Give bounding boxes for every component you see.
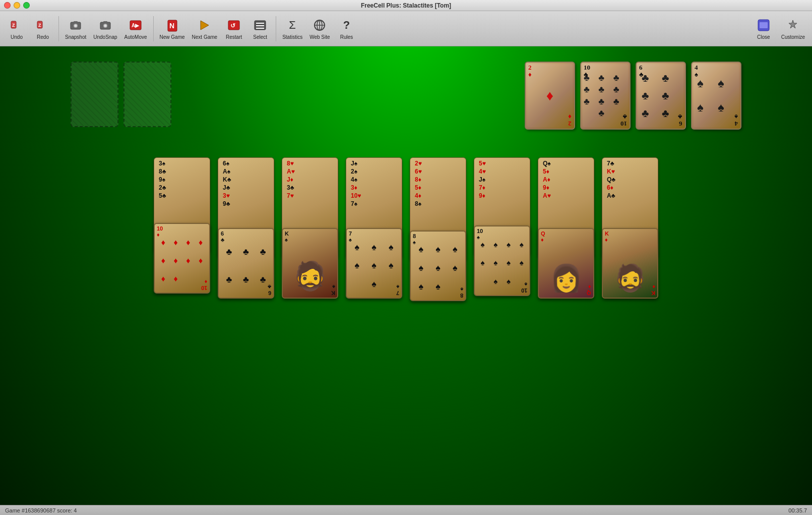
- newgame-icon: N: [164, 17, 180, 33]
- minimize-button[interactable]: [14, 2, 20, 9]
- svg-rect-28: [760, 22, 768, 28]
- automove-icon: A▶: [128, 17, 144, 33]
- freecell-slot-1[interactable]: [71, 62, 118, 127]
- statistics-icon: Σ: [284, 17, 300, 33]
- toolbar-redo[interactable]: Z Redo: [30, 15, 55, 42]
- column-4: J♠ 2♠ 4♠ 3♦ 10♥ 7♠ 7♠ 7♠ ♠♠♠ ♠♠♠ ♠: [346, 157, 402, 314]
- automove-label: AutoMove: [124, 34, 147, 40]
- toolbar-right: Close Customize: [751, 15, 808, 42]
- website-label: Web Site: [309, 34, 330, 40]
- col4-bottom-card[interactable]: 7♠ 7♠ ♠♠♠ ♠♠♠ ♠: [346, 228, 402, 299]
- undosnap-label: UndoSnap: [93, 34, 117, 40]
- foundation-card-clubs2[interactable]: 6♣ ♣♣ ♣♣ ♣♣ 6♣: [636, 62, 686, 130]
- statistics-label: Statistics: [282, 34, 302, 40]
- column-1: 3♠ 8♣ 9♠ 2♣ 5♣ 10♦ 10♦ ♦♦♦♦ ♦♦♦♦ ♦♦: [154, 157, 210, 314]
- customize-icon: [785, 17, 801, 33]
- customize-label: Customize: [781, 34, 805, 40]
- window-title: FreeCell Plus: Stalactites [Tom]: [361, 2, 451, 9]
- toolbar-nextgame[interactable]: Next Game: [189, 15, 221, 42]
- col7-bottom-card[interactable]: Q♦ Q♦ 👩: [538, 228, 594, 299]
- select-label: Select: [253, 34, 267, 40]
- redo-label: Redo: [37, 34, 49, 40]
- column-3: 8♥ A♥ J♦ 3♣ 7♥ K♠ K♠ 🧔: [282, 157, 338, 314]
- toolbar-restart[interactable]: ↺ Restart: [221, 15, 246, 42]
- toolbar-divider-3: [276, 16, 276, 41]
- maximize-button[interactable]: [23, 2, 30, 9]
- undosnap-icon: [97, 17, 113, 33]
- undo-label: Undo: [11, 34, 23, 40]
- close-toolbar-icon: [756, 17, 772, 33]
- column-2: 6♠ A♠ K♣ J♣ 3♥ 9♣ 6♣ 6♣ ♣♣♣ ♣♣♣: [218, 157, 274, 314]
- column-8: 7♣ K♥ Q♣ 6♦ A♣ K♦ K♦ 🧔: [602, 157, 658, 314]
- nextgame-label: Next Game: [192, 34, 218, 40]
- svg-point-6: [75, 25, 77, 27]
- snapshot-icon: [68, 17, 84, 33]
- col2-bottom-card[interactable]: 6♣ 6♣ ♣♣♣ ♣♣♣: [218, 228, 274, 299]
- column-6: 5♥ 4♥ J♠ 7♦ 9♦ 10♠ 10♠ ♠♠♠♠ ♠♠♠♠ ♠♠: [474, 157, 530, 314]
- svg-point-10: [104, 25, 106, 27]
- foundation-card-diamonds[interactable]: 2♦ ♦ 2♦: [525, 62, 575, 130]
- foundation-cells: 2♦ ♦ 2♦ 10♣ ♣♣♣ ♣♣♣ ♣♣♣ ♣ 10♣ 6♣ ♣♣: [525, 62, 741, 130]
- toolbar-rules[interactable]: ? Rules: [334, 15, 359, 42]
- toolbar-divider-2: [153, 16, 154, 41]
- svg-rect-7: [74, 21, 78, 23]
- svg-text:Z: Z: [38, 23, 41, 28]
- svg-text:A▶: A▶: [132, 23, 140, 28]
- svg-text:Z: Z: [12, 23, 15, 28]
- svg-rect-11: [103, 21, 107, 23]
- top-area: 2♦ ♦ 2♦ 10♣ ♣♣♣ ♣♣♣ ♣♣♣ ♣ 10♣ 6♣ ♣♣: [0, 46, 812, 130]
- freecell-slot-2[interactable]: [123, 62, 171, 127]
- toolbar-divider-1: [58, 16, 59, 41]
- col5-bottom-card[interactable]: 8♠ 8♠ ♠♠♠ ♠♠♠ ♠♠: [410, 231, 466, 301]
- status-left: Game #1638690687 score: 4: [5, 507, 77, 513]
- toolbar-select[interactable]: Select: [247, 15, 273, 42]
- select-icon: [252, 17, 268, 33]
- foundation-card-spades[interactable]: 4♠ ♠♠ ♠♠ 4♠: [691, 62, 741, 130]
- toolbar-automove[interactable]: A▶ AutoMove: [121, 15, 150, 42]
- rules-label: Rules: [340, 34, 353, 40]
- toolbar-statistics[interactable]: Σ Statistics: [279, 15, 305, 42]
- close-button[interactable]: [4, 2, 11, 9]
- svg-text:↺: ↺: [230, 22, 235, 29]
- toolbar-website[interactable]: Web Site: [306, 15, 333, 42]
- nextgame-icon: [197, 17, 213, 33]
- rules-icon: ?: [339, 17, 355, 33]
- status-right: 00:35.7: [788, 507, 807, 513]
- col1-bottom-card[interactable]: 10♦ 10♦ ♦♦♦♦ ♦♦♦♦ ♦♦: [154, 223, 210, 294]
- game-area: 2♦ ♦ 2♦ 10♣ ♣♣♣ ♣♣♣ ♣♣♣ ♣ 10♣ 6♣ ♣♣: [0, 46, 812, 505]
- col3-bottom-card[interactable]: K♠ K♠ 🧔: [282, 228, 338, 299]
- toolbar-customize[interactable]: Customize: [778, 15, 808, 42]
- statusbar: Game #1638690687 score: 4 00:35.7: [0, 505, 812, 515]
- free-cells: [71, 62, 171, 130]
- window-buttons: [4, 2, 30, 9]
- toolbar: Z Undo Z Redo Snapshot UndoSnap A▶ AutoM…: [0, 11, 812, 46]
- newgame-label: New Game: [160, 34, 185, 40]
- foundation-card-clubs[interactable]: 10♣ ♣♣♣ ♣♣♣ ♣♣♣ ♣ 10♣: [580, 62, 631, 130]
- col8-bottom-card[interactable]: K♦ K♦ 🧔: [602, 228, 658, 299]
- snapshot-label: Snapshot: [65, 34, 86, 40]
- col6-bottom-card[interactable]: 10♠ 10♠ ♠♠♠♠ ♠♠♠♠ ♠♠: [474, 225, 530, 296]
- titlebar: FreeCell Plus: Stalactites [Tom]: [0, 0, 812, 11]
- close-label: Close: [757, 34, 770, 40]
- toolbar-undosnap[interactable]: UndoSnap: [90, 15, 120, 42]
- toolbar-newgame[interactable]: N New Game: [157, 15, 188, 42]
- toolbar-undo[interactable]: Z Undo: [4, 15, 29, 42]
- restart-label: Restart: [226, 34, 242, 40]
- column-7: Q♠ 5♦ A♦ 9♦ A♥ Q♦ Q♦ 👩: [538, 157, 594, 314]
- restart-icon: ↺: [226, 17, 242, 33]
- svg-marker-16: [201, 21, 209, 30]
- website-icon: [311, 17, 328, 33]
- undo-icon: Z: [9, 17, 25, 33]
- toolbar-snapshot[interactable]: Snapshot: [62, 15, 89, 42]
- redo-icon: Z: [35, 17, 51, 33]
- columns-area: 3♠ 8♣ 9♠ 2♣ 5♣ 10♦ 10♦ ♦♦♦♦ ♦♦♦♦ ♦♦: [66, 157, 746, 314]
- toolbar-close[interactable]: Close: [751, 15, 776, 42]
- column-5: 2♥ 6♥ 8♦ 5♦ 4♦ 8♠ 8♠ 8♠ ♠♠♠ ♠♠♠ ♠♠: [410, 157, 466, 314]
- svg-text:N: N: [169, 22, 174, 30]
